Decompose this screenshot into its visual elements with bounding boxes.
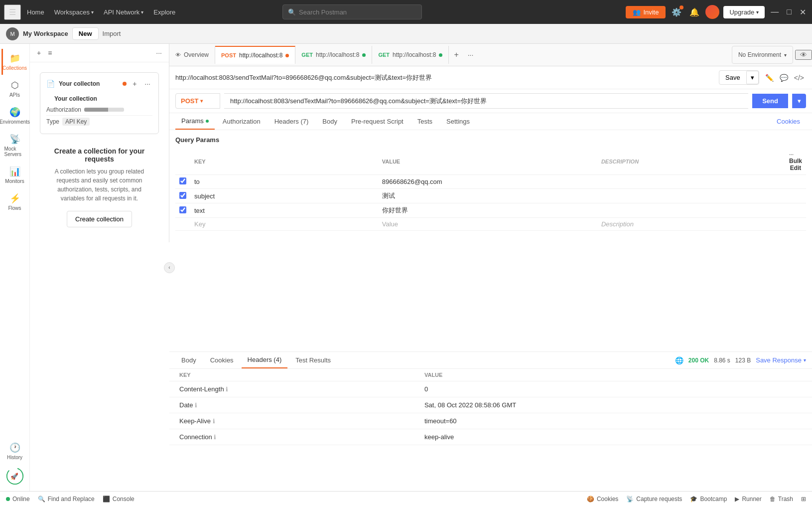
chat-icon-button[interactable]: 💬: [778, 72, 790, 84]
search-input[interactable]: [299, 8, 416, 16]
workspaces-chevron-icon: ▾: [91, 9, 94, 15]
list-item: Keep-Alive ℹ timeout=60: [169, 413, 812, 429]
more-options-button[interactable]: ···: [154, 48, 164, 58]
resp-header-value: 0: [424, 385, 428, 393]
explore-link[interactable]: Explore: [149, 6, 179, 18]
collapse-panel-button[interactable]: ‹: [164, 262, 175, 273]
post-tab[interactable]: POST http://localhost:8: [215, 46, 295, 64]
save-dropdown-button[interactable]: ▾: [747, 71, 759, 84]
send-dropdown-button[interactable]: ▾: [792, 94, 806, 108]
environment-select[interactable]: No Environment ▾: [732, 46, 793, 64]
add-tab-button[interactable]: +: [449, 50, 463, 59]
new-button[interactable]: New: [72, 27, 99, 40]
table-row: to 896668626@qq.com: [175, 175, 806, 189]
api-network-link[interactable]: API Network ▾: [100, 6, 147, 18]
home-link[interactable]: Home: [23, 6, 48, 18]
settings-icon-button[interactable]: ⚙️: [670, 5, 683, 19]
env-chevron-icon: ▾: [784, 52, 787, 58]
card-add-button[interactable]: +: [131, 79, 138, 89]
headers-tab[interactable]: Headers (7): [269, 114, 315, 129]
authorization-tab[interactable]: Authorization: [217, 114, 267, 129]
param-key: text: [194, 207, 205, 214]
sidebar-item-history[interactable]: 🕐 History: [1, 438, 28, 464]
bulk-edit-button[interactable]: Bulk Edit: [789, 158, 802, 171]
settings-tab[interactable]: Settings: [440, 114, 476, 129]
expand-button[interactable]: ⊞: [801, 496, 806, 503]
card-more-button[interactable]: ···: [142, 79, 152, 89]
add-collection-button[interactable]: +: [35, 48, 43, 58]
resp-test-results-tab[interactable]: Test Results: [289, 352, 337, 368]
sidebar-item-environments[interactable]: 🌍 Environments: [1, 103, 28, 129]
find-replace-button[interactable]: 🔍 Find and Replace: [38, 496, 95, 503]
more-icon: ···: [789, 152, 794, 158]
online-dot: [6, 497, 10, 501]
panel-content: 📄 Your collecton + ··· Your collection A…: [30, 62, 169, 242]
upgrade-chevron-icon: ▾: [756, 9, 759, 15]
workspaces-link[interactable]: Workspaces ▾: [50, 6, 98, 18]
get-tab-2[interactable]: GET http://localhost:8: [372, 46, 449, 64]
response-size: 123 B: [735, 357, 751, 364]
overview-tab[interactable]: 👁 Overview: [169, 46, 215, 64]
collections-panel-wrapper: + ≡ ··· 📄 Your collecton + ··· Your: [30, 44, 169, 491]
param-checkbox[interactable]: [179, 206, 186, 213]
resp-value-header: VALUE: [414, 369, 812, 381]
sidebar-item-apis[interactable]: ⬡ APIs: [1, 76, 28, 102]
tabs-more-button[interactable]: ···: [464, 51, 478, 59]
online-status[interactable]: Online: [6, 496, 30, 503]
card-header: 📄 Your collecton + ···: [46, 79, 152, 89]
table-row: subject 测试: [175, 189, 806, 203]
sidebar-item-mock-servers[interactable]: 📡 Mock Servers: [1, 130, 28, 161]
minimize-button[interactable]: —: [769, 5, 781, 18]
invite-button[interactable]: 👥 Invite: [626, 6, 666, 18]
resp-cookies-tab[interactable]: Cookies: [204, 352, 240, 368]
params-tab[interactable]: Params: [175, 113, 215, 130]
pre-request-tab[interactable]: Pre-request Script: [345, 114, 409, 129]
more-header: ··· Bulk Edit: [785, 149, 806, 175]
param-value: 896668626@qq.com: [382, 178, 442, 185]
body-tab[interactable]: Body: [316, 114, 343, 129]
query-params-label: Query Params: [175, 136, 806, 144]
trash-button[interactable]: 🗑 Trash: [770, 496, 793, 503]
get-tab-1[interactable]: GET http://localhost:8: [295, 46, 372, 64]
sidebar: 📁 Collections ⬡ APIs 🌍 Environments 📡 Mo…: [0, 44, 30, 491]
card-collection-name: Your collection: [46, 93, 152, 104]
capture-requests-button[interactable]: 📡 Capture requests: [626, 496, 682, 503]
save-button[interactable]: Save: [719, 71, 747, 84]
import-button[interactable]: Import: [103, 30, 121, 37]
resp-header-value: Sat, 08 Oct 2022 08:58:06 GMT: [424, 401, 516, 409]
filter-button[interactable]: ≡: [46, 48, 54, 58]
save-response-button[interactable]: Save Response ▾: [756, 356, 806, 364]
close-button[interactable]: ✕: [798, 5, 808, 19]
bootcamp-button[interactable]: 🎓 Bootcamp: [690, 496, 727, 503]
env-settings-icon[interactable]: 👁: [795, 50, 812, 60]
response-table: KEY VALUE Content-Length ℹ 0 Date ℹ Sat,…: [169, 369, 812, 445]
params-section: Query Params KEY VALUE DESCRIPTION ··· B…: [169, 130, 812, 351]
sidebar-item-monitors[interactable]: 📊 Monitors: [1, 162, 28, 188]
maximize-button[interactable]: □: [785, 5, 794, 18]
param-checkbox[interactable]: [179, 177, 186, 184]
url-input[interactable]: [224, 93, 748, 109]
send-button[interactable]: Send: [752, 94, 788, 108]
resp-headers-tab[interactable]: Headers (4): [242, 352, 288, 368]
rocket-container: 🚀: [4, 465, 26, 487]
edit-icon-button[interactable]: ✏️: [763, 72, 776, 84]
create-collection-button[interactable]: Create collection: [67, 211, 132, 227]
bottom-cookies-button[interactable]: 🍪 Cookies: [587, 496, 618, 503]
cookies-tab-link[interactable]: Cookies: [771, 114, 806, 129]
bell-icon-button[interactable]: 🔔: [687, 5, 701, 19]
param-checkbox[interactable]: [179, 192, 186, 199]
info-icon: ℹ: [195, 402, 197, 409]
method-select[interactable]: POST ▾: [175, 93, 220, 109]
tests-tab[interactable]: Tests: [411, 114, 438, 129]
menu-icon[interactable]: ☰: [4, 4, 21, 20]
console-button[interactable]: ⬛ Console: [103, 496, 135, 503]
code-icon-button[interactable]: </>: [792, 72, 806, 84]
upgrade-button[interactable]: Upgrade ▾: [723, 6, 765, 18]
sidebar-item-flows[interactable]: ⚡ Flows: [1, 189, 28, 215]
runner-button[interactable]: ▶ Runner: [735, 496, 761, 503]
resp-body-tab[interactable]: Body: [175, 352, 202, 368]
sidebar-item-collections[interactable]: 📁 Collections: [1, 49, 28, 75]
avatar-button[interactable]: [705, 5, 719, 19]
info-icon: ℹ: [226, 386, 228, 393]
resp-header-key: Content-Length: [179, 385, 224, 393]
